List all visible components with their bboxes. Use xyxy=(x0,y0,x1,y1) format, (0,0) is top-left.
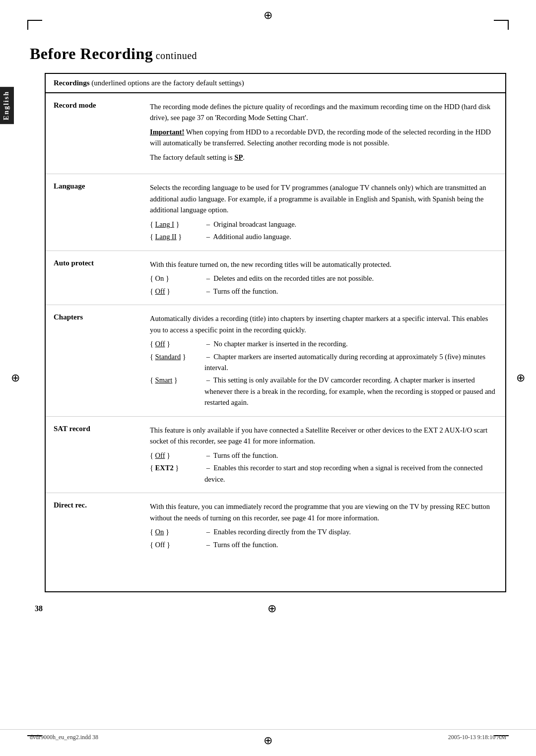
option-direct-off: { Off } – Turns off the function. xyxy=(150,539,497,550)
label-language: Language xyxy=(46,174,145,250)
main-content: Recordings (underlined options are the f… xyxy=(45,73,506,592)
row-sat-record: SAT record This feature is only availabl… xyxy=(46,417,505,493)
footer: dvdr9000h_eu_eng2.indd 38 2005-10-13 9:1… xyxy=(0,729,536,741)
corner-mark-tr xyxy=(494,20,509,21)
label-auto-protect: Auto protect xyxy=(46,251,145,305)
desc-auto-protect: With this feature turned on, the new rec… xyxy=(145,251,505,305)
row-chapters: Chapters Automatically divides a recordi… xyxy=(46,305,505,417)
corner-mark-tl xyxy=(27,20,42,21)
bottom-bar: 38 ⊕ xyxy=(30,602,506,615)
footer-right: 2005-10-13 9:18:10 AM xyxy=(448,734,506,741)
desc-record-mode: The recording mode defines the picture q… xyxy=(145,93,505,174)
crosshair-bottom-icon: ⊕ xyxy=(268,602,276,615)
page-wrapper: ⊕ ⊕ ⊕ English Before Recording continued… xyxy=(0,0,536,756)
important-label: Important! xyxy=(150,128,184,136)
corner-mark-v-tr xyxy=(508,20,509,30)
desc-chapters: Automatically divides a recording (title… xyxy=(145,305,505,416)
row-direct-rec: Direct rec. With this feature, you can i… xyxy=(46,493,505,591)
section-header: Recordings (underlined options are the f… xyxy=(46,74,505,93)
header-bold: Recordings xyxy=(54,79,90,87)
language-tab: English xyxy=(0,87,14,124)
option-lang2: { Lang II } – Additional audio language. xyxy=(150,231,497,242)
footer-left: dvdr9000h_eu_eng2.indd 38 xyxy=(30,734,98,741)
factory-default-sp: SP xyxy=(234,153,243,161)
row-auto-protect: Auto protect With this feature turned on… xyxy=(46,251,505,305)
option-lang1: { Lang I } – Original broadcast language… xyxy=(150,219,497,230)
option-chapters-smart: { Smart } – This setting is only availab… xyxy=(150,375,497,408)
crosshair-right-icon: ⊕ xyxy=(516,372,525,384)
label-sat-record: SAT record xyxy=(46,417,145,493)
page-title: Before Recording continued xyxy=(30,45,506,63)
crosshair-top-icon: ⊕ xyxy=(264,9,272,22)
desc-language: Selects the recording language to be use… xyxy=(145,174,505,250)
label-chapters: Chapters xyxy=(46,305,145,416)
label-record-mode: Record mode xyxy=(46,93,145,174)
page-number: 38 xyxy=(35,604,43,613)
option-direct-on: { On } – Enables recording directly from… xyxy=(150,526,497,537)
desc-sat-record: This feature is only available if you ha… xyxy=(145,417,505,493)
row-language: Language Selects the recording language … xyxy=(46,174,505,251)
header-text: (underlined options are the factory defa… xyxy=(90,79,244,87)
option-on: { On } – Deletes and edits on the record… xyxy=(150,273,497,284)
crosshair-left-icon: ⊕ xyxy=(11,372,20,384)
option-chapters-off: { Off } – No chapter marker is inserted … xyxy=(150,338,497,349)
corner-mark-v-tl xyxy=(27,20,28,30)
option-off: { Off } – Turns off the function. xyxy=(150,286,497,297)
option-sat-off: { Off } – Turns off the function. xyxy=(150,450,497,461)
option-chapters-standard: { Standard } – Chapter markers are inser… xyxy=(150,351,497,374)
row-record-mode: Record mode The recording mode defines t… xyxy=(46,93,505,174)
option-sat-ext2: { EXT2 } – Enables this recorder to star… xyxy=(150,462,497,485)
desc-direct-rec: With this feature, you can immediately r… xyxy=(145,493,505,591)
label-direct-rec: Direct rec. xyxy=(46,493,145,591)
